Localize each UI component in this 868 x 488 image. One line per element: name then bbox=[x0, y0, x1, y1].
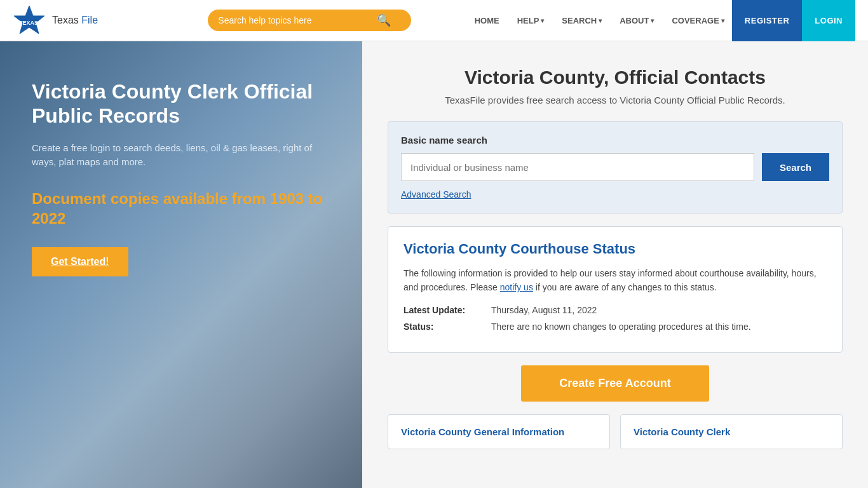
create-account-wrap: Create Free Account bbox=[388, 365, 843, 402]
left-title: Victoria County Clerk Official Public Re… bbox=[32, 79, 330, 128]
main-wrap: Victoria County Clerk Official Public Re… bbox=[0, 41, 868, 488]
latest-update-row: Latest Update: Thursday, August 11, 2022 bbox=[403, 305, 827, 315]
bottom-card-general: Victoria County General Information bbox=[388, 414, 610, 449]
logo-texas: Texas bbox=[52, 15, 79, 25]
courthouse-status-title: Victoria County Courthouse Status bbox=[403, 241, 827, 257]
header-search: 🔍 bbox=[208, 10, 411, 31]
chevron-down-icon: ▾ bbox=[599, 17, 602, 24]
status-row: Status: There are no known changes to op… bbox=[403, 322, 827, 332]
logo-area: TEXAS Texas File bbox=[13, 4, 153, 36]
nav-search[interactable]: SEARCH ▾ bbox=[554, 11, 609, 30]
notify-us-link[interactable]: notify us bbox=[500, 282, 533, 292]
logo-text: Texas File bbox=[52, 15, 98, 26]
logo-icon: TEXAS bbox=[13, 4, 46, 36]
create-account-button[interactable]: Create Free Account bbox=[521, 365, 709, 402]
search-card: Basic name search Search Advanced Search bbox=[388, 121, 843, 214]
chevron-down-icon: ▾ bbox=[541, 17, 544, 24]
courthouse-status-card: Victoria County Courthouse Status The fo… bbox=[388, 226, 843, 353]
left-doc-title: Document copies available from 1903 to 2… bbox=[32, 189, 330, 228]
left-panel: Victoria County Clerk Official Public Re… bbox=[0, 41, 362, 488]
status-label: Status: bbox=[403, 322, 486, 332]
nav-home[interactable]: HOME bbox=[467, 11, 507, 30]
nav-help[interactable]: HELP ▾ bbox=[510, 11, 552, 30]
nav-coverage[interactable]: COVERAGE ▾ bbox=[664, 11, 731, 30]
left-subtitle: Create a free login to search deeds, lie… bbox=[32, 141, 330, 170]
register-button[interactable]: REGISTER bbox=[732, 0, 802, 41]
search-button[interactable]: Search bbox=[762, 153, 829, 181]
left-content: Victoria County Clerk Official Public Re… bbox=[0, 41, 362, 302]
right-panel: Victoria County, Official Contacts Texas… bbox=[362, 41, 868, 488]
header: TEXAS Texas File 🔍 HOME HELP ▾ SEARCH ▾ … bbox=[0, 0, 868, 41]
chevron-down-icon: ▾ bbox=[651, 17, 654, 24]
bottom-card-clerk-title: Victoria County Clerk bbox=[634, 426, 829, 437]
help-search-input[interactable] bbox=[218, 15, 370, 25]
page-title: Victoria County, Official Contacts bbox=[388, 67, 843, 88]
advanced-search-link[interactable]: Advanced Search bbox=[401, 189, 471, 200]
search-bar-wrap: 🔍 bbox=[153, 10, 467, 31]
name-search-input[interactable] bbox=[401, 153, 754, 181]
status-value: There are no known changes to operating … bbox=[491, 322, 751, 332]
latest-update-value: Thursday, August 11, 2022 bbox=[491, 305, 597, 315]
login-button[interactable]: LOGIN bbox=[802, 0, 855, 41]
search-card-label: Basic name search bbox=[401, 135, 829, 146]
svg-text:TEXAS: TEXAS bbox=[19, 20, 38, 26]
latest-update-label: Latest Update: bbox=[403, 305, 486, 315]
get-started-button[interactable]: Get Started! bbox=[32, 247, 128, 276]
status-desc-end: if you are aware of any changes to this … bbox=[533, 282, 717, 292]
bottom-card-clerk: Victoria County Clerk bbox=[620, 414, 843, 449]
search-icon: 🔍 bbox=[377, 13, 391, 27]
courthouse-status-desc: The following information is provided to… bbox=[403, 266, 827, 295]
bottom-card-general-title: Victoria County General Information bbox=[401, 426, 597, 437]
bottom-cards: Victoria County General Information Vict… bbox=[388, 414, 843, 449]
chevron-down-icon: ▾ bbox=[721, 17, 724, 24]
page-subtitle: TexasFile provides free search access to… bbox=[388, 95, 843, 105]
nav-about[interactable]: ABOUT ▾ bbox=[612, 11, 661, 30]
nav-area: HOME HELP ▾ SEARCH ▾ ABOUT ▾ COVERAGE ▾ bbox=[467, 11, 732, 30]
search-row: Search bbox=[401, 153, 829, 181]
logo-file: File bbox=[81, 15, 98, 25]
